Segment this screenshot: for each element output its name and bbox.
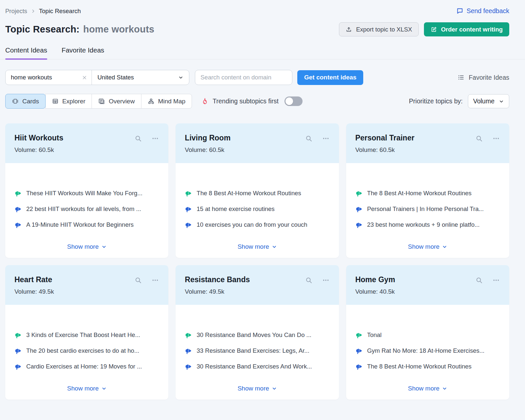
country-select[interactable]: United States	[92, 70, 189, 85]
card-search-icon[interactable]	[134, 135, 142, 142]
tab-content-ideas[interactable]: Content Ideas	[5, 46, 47, 59]
headline-text: 23 best home workouts + 9 online platfo.…	[367, 221, 480, 228]
view-mode-mind-map[interactable]: Mind Map	[141, 94, 192, 109]
headline-item[interactable]: The 8 Best At-Home Workout Routines	[355, 190, 500, 197]
order-content-writing-button[interactable]: Order content writing	[424, 22, 509, 36]
prioritize-value: Volume	[473, 97, 494, 105]
card-search-icon[interactable]	[475, 276, 483, 284]
headline-item[interactable]: The 8 Best At-Home Workout Routines	[355, 363, 500, 370]
headline-text: 30 Resistance Band Moves You Can Do ...	[197, 331, 311, 339]
headline-item[interactable]: Personal Trainers | In Home Personal Tra…	[355, 205, 500, 213]
trending-label: Trending subtopics first	[213, 97, 279, 105]
favorite-ideas-link[interactable]: Favorite Ideas	[457, 74, 509, 81]
export-topic-label: Export topic to XLSX	[356, 26, 412, 33]
show-more-label: Show more	[67, 385, 99, 392]
card-volume: Volume: 60.5k	[14, 146, 159, 154]
card-volume-label: Volume:	[355, 146, 378, 153]
headline-text: 33 Resistance Band Exercises: Legs, Ar..…	[197, 347, 309, 354]
card-volume-value: 49.5k	[209, 288, 224, 295]
headline-item[interactable]: The 20 best cardio exercises to do at ho…	[14, 347, 159, 354]
headline-item[interactable]: The 8 Best At-Home Workout Routines	[185, 190, 329, 197]
card-more-icon[interactable]	[322, 276, 330, 284]
topbar: ProjectsTopic Research Send feedback	[0, 0, 525, 15]
megaphone-icon	[185, 347, 192, 354]
card-search-icon[interactable]	[134, 276, 142, 284]
domain-search-input[interactable]	[195, 70, 292, 85]
card-search-icon[interactable]	[305, 276, 313, 284]
headline-text: 30 Resistance Band Exercises And Work...	[197, 363, 312, 370]
megaphone-icon	[14, 205, 22, 213]
card-body: These HIIT Workouts Will Make You Forg..…	[5, 163, 168, 258]
topic-card: Resistance Bands Volume: 49.5k 30 Resist…	[176, 265, 339, 400]
get-content-ideas-button[interactable]: Get content ideas	[297, 70, 363, 85]
headline-item[interactable]: 23 best home workouts + 9 online platfo.…	[355, 221, 500, 228]
megaphone-icon	[355, 205, 363, 213]
card-actions	[475, 135, 500, 142]
show-more-button[interactable]: Show more	[236, 385, 279, 392]
card-volume: Volume: 49.5k	[185, 288, 329, 295]
headline-item[interactable]: These HIIT Workouts Will Make You Forg..…	[14, 190, 159, 197]
prioritize-dropdown[interactable]: Volume	[468, 94, 509, 108]
card-search-icon[interactable]	[475, 135, 483, 142]
card-title: Personal Trainer	[355, 134, 414, 142]
show-more-button[interactable]: Show more	[406, 243, 449, 251]
show-more-label: Show more	[238, 243, 269, 250]
show-more-button[interactable]: Show more	[406, 385, 449, 392]
headline-item[interactable]: 3 Kinds of Exercise That Boost Heart He.…	[14, 331, 159, 339]
tab-favorite-ideas[interactable]: Favorite Ideas	[62, 46, 104, 59]
prioritize-label: Prioritize topics by:	[409, 97, 463, 105]
clear-query-button[interactable]	[77, 75, 92, 80]
card-more-icon[interactable]	[151, 135, 159, 142]
headline-item[interactable]: 10 exercises you can do from your couch	[185, 221, 329, 228]
card-volume-value: 60.5k	[39, 146, 54, 153]
card-actions	[475, 276, 500, 284]
headline-item[interactable]: Tonal	[355, 331, 500, 339]
breadcrumb-link[interactable]: Projects	[5, 8, 27, 15]
headline-item[interactable]: 15 at home exercise routines	[185, 205, 329, 213]
card-volume-label: Volume:	[14, 288, 37, 295]
card-title: Resistance Bands	[185, 275, 250, 284]
view-mode-cards[interactable]: Cards	[5, 94, 46, 109]
headline-item[interactable]: Cardio Exercises at Home: 19 Moves for .…	[14, 363, 159, 370]
export-topic-button[interactable]: Export topic to XLSX	[339, 22, 419, 36]
headline-text: The 20 best cardio exercises to do at ho…	[26, 347, 139, 354]
headline-item[interactable]: 30 Resistance Band Moves You Can Do ...	[185, 331, 329, 339]
page-title-query: home workouts	[83, 24, 154, 34]
breadcrumb-current: Topic Research	[39, 8, 81, 15]
headline-item[interactable]: 30 Resistance Band Exercises And Work...	[185, 363, 329, 370]
view-mode-explorer[interactable]: Explorer	[45, 94, 92, 109]
speech-bubble-icon	[456, 8, 463, 14]
headline-list: These HIIT Workouts Will Make You Forg..…	[14, 190, 159, 228]
headline-item[interactable]: 22 best HIIT workouts for all levels, fr…	[14, 205, 159, 213]
headline-text: The 8 Best At-Home Workout Routines	[197, 190, 301, 197]
show-more-button[interactable]: Show more	[236, 243, 279, 251]
headline-text: The 8 Best At-Home Workout Routines	[367, 363, 472, 370]
headline-text: 22 best HIIT workouts for all levels, fr…	[26, 205, 141, 213]
card-volume-value: 40.5k	[380, 288, 395, 295]
trending-toggle[interactable]	[284, 96, 303, 106]
mindmap-icon	[148, 98, 155, 105]
card-more-icon[interactable]	[151, 276, 159, 284]
card-search-icon[interactable]	[305, 135, 313, 142]
headline-text: 3 Kinds of Exercise That Boost Heart He.…	[26, 331, 140, 339]
topic-query-input[interactable]	[6, 74, 77, 81]
overview-icon	[98, 98, 105, 105]
page-title-prefix: Topic Research:	[5, 24, 79, 34]
view-bar: CardsExplorerOverviewMind Map Trending s…	[0, 94, 525, 109]
view-mode-overview[interactable]: Overview	[92, 94, 141, 109]
card-volume-label: Volume:	[185, 288, 207, 295]
send-feedback-link[interactable]: Send feedback	[456, 7, 509, 15]
card-actions	[305, 276, 330, 284]
headline-item[interactable]: 33 Resistance Band Exercises: Legs, Ar..…	[185, 347, 329, 354]
card-more-icon[interactable]	[492, 276, 500, 284]
chevron-down-icon	[101, 244, 107, 249]
card-more-icon[interactable]	[492, 135, 500, 142]
headline-list: The 8 Best At-Home Workout Routines15 at…	[185, 190, 329, 228]
headline-item[interactable]: Gym Rat No More: 18 At-Home Exercises...	[355, 347, 500, 354]
card-title: Living Room	[185, 134, 230, 142]
headline-item[interactable]: A 19-Minute HIIT Workout for Beginners	[14, 221, 159, 228]
card-more-icon[interactable]	[322, 135, 330, 142]
show-more-label: Show more	[408, 243, 439, 250]
show-more-button[interactable]: Show more	[65, 243, 109, 251]
show-more-button[interactable]: Show more	[65, 385, 109, 392]
